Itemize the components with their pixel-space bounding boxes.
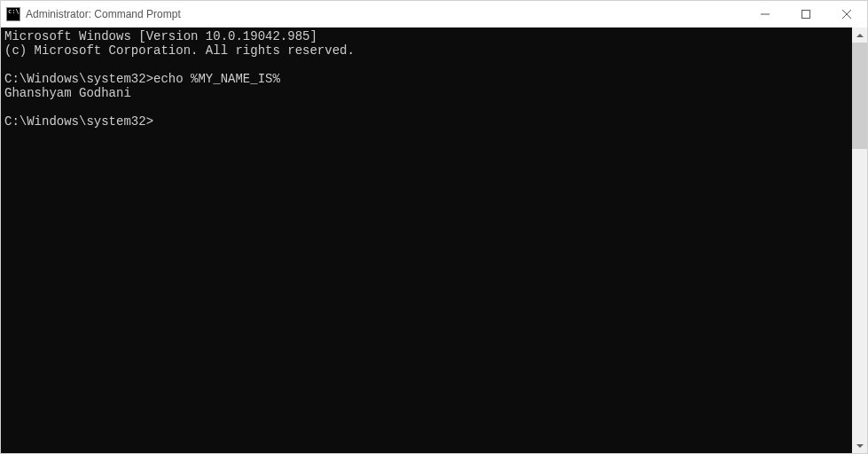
scroll-thumb[interactable] (852, 43, 867, 149)
vertical-scrollbar[interactable] (852, 27, 867, 453)
maximize-button[interactable] (786, 1, 826, 27)
cursor (153, 116, 160, 129)
window-controls (745, 1, 867, 27)
terminal-line (4, 100, 852, 114)
command-text: echo %MY_NAME_IS% (153, 72, 280, 86)
terminal-output: Ghanshyam Godhani (4, 86, 852, 100)
maximize-icon (802, 10, 810, 19)
terminal-line: Microsoft Windows [Version 10.0.19042.98… (4, 29, 852, 43)
minimize-button[interactable] (745, 1, 786, 27)
close-button[interactable] (826, 1, 867, 27)
prompt: C:\Windows\system32> (4, 72, 153, 86)
scroll-up-arrow-icon[interactable] (852, 27, 867, 43)
window-title: Administrator: Command Prompt (26, 8, 745, 20)
svg-rect-1 (802, 11, 810, 19)
minimize-icon (761, 10, 770, 19)
terminal-line: C:\Windows\system32>echo %MY_NAME_IS% (4, 72, 852, 86)
scroll-down-arrow-icon[interactable] (852, 438, 867, 453)
terminal[interactable]: Microsoft Windows [Version 10.0.19042.98… (1, 27, 852, 453)
titlebar[interactable]: Administrator: Command Prompt (1, 1, 867, 27)
scroll-track[interactable] (852, 43, 867, 438)
terminal-line: (c) Microsoft Corporation. All rights re… (4, 43, 852, 58)
terminal-line (4, 58, 852, 72)
close-icon (842, 10, 851, 19)
terminal-area: Microsoft Windows [Version 10.0.19042.98… (1, 27, 867, 453)
prompt: C:\Windows\system32> (4, 114, 153, 129)
cmd-icon (6, 7, 20, 21)
cmd-window: Administrator: Command Prompt Microsoft (0, 0, 868, 454)
terminal-line: C:\Windows\system32> (4, 114, 852, 129)
